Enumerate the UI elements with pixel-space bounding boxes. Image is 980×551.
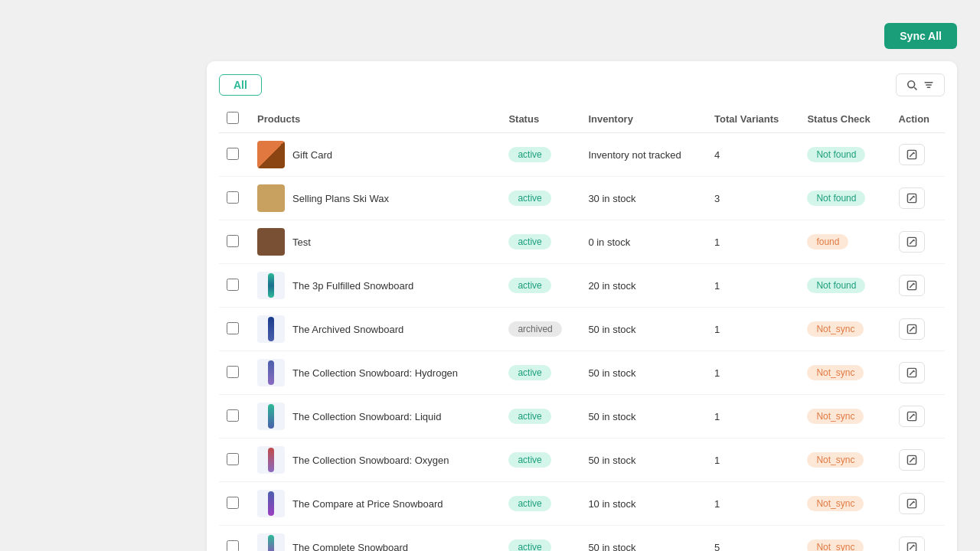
product-name: The Archived Snowboard bbox=[292, 324, 403, 335]
product-cell: Gift Card bbox=[250, 133, 501, 177]
inventory-cell: 20 in stock bbox=[580, 264, 707, 308]
edit-action-button[interactable] bbox=[899, 449, 925, 471]
row-checkbox-3[interactable] bbox=[227, 235, 239, 247]
inventory-cell: 50 in stock bbox=[580, 351, 707, 395]
status-badge: active bbox=[508, 365, 550, 380]
row-checkbox-cell bbox=[219, 308, 250, 351]
status-check-cell: Not_sync bbox=[799, 439, 890, 482]
edit-action-button[interactable] bbox=[899, 362, 925, 383]
row-checkbox-7[interactable] bbox=[227, 409, 239, 422]
row-checkbox-9[interactable] bbox=[227, 497, 239, 509]
inventory-cell: 50 in stock bbox=[580, 526, 707, 552]
page-wrapper: Sync All All bbox=[15, 15, 965, 551]
edit-icon bbox=[906, 454, 918, 466]
status-badge: active bbox=[508, 191, 550, 206]
product-name: The Complete Snowboard bbox=[292, 542, 408, 552]
status-cell: active bbox=[501, 351, 580, 395]
status-badge: active bbox=[508, 452, 550, 468]
edit-action-button[interactable] bbox=[899, 493, 925, 514]
action-cell bbox=[891, 177, 945, 220]
table-row: The Collection Snowboard: Hydrogenactive… bbox=[219, 351, 945, 395]
product-cell: The 3p Fulfilled Snowboard bbox=[250, 264, 501, 308]
product-name: The Collection Snowboard: Liquid bbox=[292, 411, 441, 422]
col-products: Products bbox=[250, 106, 501, 133]
svg-rect-15 bbox=[268, 360, 274, 385]
status-cell: active bbox=[501, 220, 580, 264]
total-variants-cell: 1 bbox=[707, 482, 799, 526]
inventory-cell: 50 in stock bbox=[580, 439, 707, 482]
status-cell: active bbox=[501, 264, 580, 308]
status-check-badge: Not_sync bbox=[807, 540, 864, 551]
search-filter-button[interactable] bbox=[896, 73, 945, 96]
action-cell bbox=[891, 133, 945, 177]
filter-icon bbox=[923, 79, 935, 91]
product-cell: The Archived Snowboard bbox=[250, 308, 501, 351]
edit-action-button[interactable] bbox=[899, 231, 925, 253]
status-cell: active bbox=[501, 395, 580, 439]
status-badge: active bbox=[508, 234, 550, 249]
edit-action-button[interactable] bbox=[899, 275, 925, 296]
table-row: The Compare at Price Snowboardactive10 i… bbox=[219, 482, 945, 526]
status-badge: active bbox=[508, 540, 550, 551]
col-action: Action bbox=[891, 106, 945, 133]
product-image bbox=[257, 141, 285, 168]
row-checkbox-2[interactable] bbox=[227, 191, 239, 204]
table-row: Testactive0 in stock1found bbox=[219, 220, 945, 264]
row-checkbox-5[interactable] bbox=[227, 322, 239, 334]
header-checkbox-cell bbox=[219, 106, 250, 133]
row-checkbox-6[interactable] bbox=[227, 366, 239, 378]
total-variants-cell: 4 bbox=[707, 133, 799, 177]
status-check-badge: Not_sync bbox=[807, 321, 864, 337]
edit-icon bbox=[906, 279, 918, 292]
inventory-cell: 50 in stock bbox=[580, 308, 707, 351]
total-variants-cell: 1 bbox=[707, 264, 799, 308]
select-all-checkbox[interactable] bbox=[227, 112, 239, 124]
edit-action-button[interactable] bbox=[899, 144, 925, 165]
action-cell bbox=[891, 351, 945, 395]
edit-action-button[interactable] bbox=[899, 318, 925, 340]
svg-rect-27 bbox=[268, 535, 274, 551]
product-cell: The Complete Snowboard bbox=[250, 526, 501, 552]
product-image bbox=[257, 184, 285, 212]
product-name: Selling Plans Ski Wax bbox=[292, 193, 389, 204]
status-check-cell: Not_sync bbox=[799, 482, 890, 526]
action-cell bbox=[891, 264, 945, 308]
status-cell: archived bbox=[501, 308, 580, 351]
table-row: The 3p Fulfilled Snowboardactive20 in st… bbox=[219, 264, 945, 308]
action-cell bbox=[891, 220, 945, 264]
status-check-badge: found bbox=[807, 234, 848, 249]
row-checkbox-8[interactable] bbox=[227, 453, 239, 465]
all-filter-button[interactable]: All bbox=[219, 74, 262, 96]
row-checkbox-4[interactable] bbox=[227, 279, 239, 291]
product-cell: The Collection Snowboard: Liquid bbox=[250, 395, 501, 439]
action-cell bbox=[891, 395, 945, 439]
col-total-variants: Total Variants bbox=[707, 106, 799, 133]
action-cell bbox=[891, 308, 945, 351]
row-checkbox-cell bbox=[219, 133, 250, 177]
row-checkbox-cell bbox=[219, 177, 250, 220]
main-content: All Products bbox=[207, 61, 957, 551]
product-name: The Collection Snowboard: Hydrogen bbox=[292, 367, 458, 379]
svg-rect-4 bbox=[927, 86, 931, 88]
total-variants-cell: 1 bbox=[707, 308, 799, 351]
edit-action-button[interactable] bbox=[899, 536, 925, 551]
status-check-cell: Not_sync bbox=[799, 308, 890, 351]
col-status-check: Status Check bbox=[799, 106, 890, 133]
product-name: Gift Card bbox=[292, 149, 332, 161]
sync-all-button[interactable]: Sync All bbox=[884, 23, 957, 49]
product-name: Test bbox=[292, 236, 311, 248]
edit-icon bbox=[906, 192, 918, 204]
status-check-cell: Not_sync bbox=[799, 526, 890, 552]
row-checkbox-1[interactable] bbox=[227, 148, 239, 160]
product-cell: Test bbox=[250, 220, 501, 264]
status-badge: active bbox=[508, 278, 550, 293]
row-checkbox-10[interactable] bbox=[227, 540, 239, 552]
edit-action-button[interactable] bbox=[899, 187, 925, 209]
status-cell: active bbox=[501, 133, 580, 177]
inventory-cell: 50 in stock bbox=[580, 395, 707, 439]
row-checkbox-cell bbox=[219, 395, 250, 439]
svg-point-0 bbox=[908, 81, 915, 88]
edit-action-button[interactable] bbox=[899, 406, 925, 427]
action-cell bbox=[891, 526, 945, 552]
svg-rect-3 bbox=[926, 84, 932, 86]
